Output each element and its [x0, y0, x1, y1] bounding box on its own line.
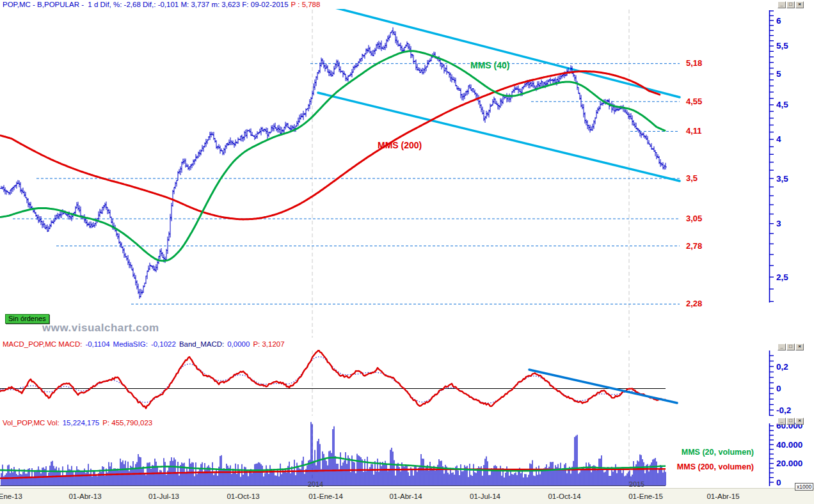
band-macd-value: 0,0000 [227, 340, 250, 348]
time-label: 01-Oct-13 [227, 492, 259, 500]
chart-canvas[interactable]: 5,184,554,113,53,052,782,28MMS (40)MMS (… [0, 0, 814, 504]
ma-label: MMS (40) [470, 60, 509, 70]
time-label: 01-Abr-13 [68, 492, 101, 500]
maximize-icon[interactable]: □ [786, 418, 795, 425]
y-tick-label: 0,2 [776, 362, 788, 372]
y-tick-label: 20.000 [776, 459, 802, 468]
vol-p-value: P: 455,790,023 [102, 419, 152, 427]
time-label: 01-Ene-14 [308, 492, 343, 500]
y-tick-label: 40.000 [776, 440, 802, 450]
price-panel [0, 5, 680, 338]
mediasig-value: -0,1022 [151, 340, 176, 348]
macd-line [0, 350, 666, 408]
chart-title-price: P : 5,788 [291, 1, 321, 8]
trend-channel-line [325, 5, 680, 97]
volume-label-line: Vol_POP,MC Vol:15,224,175P: 455,790,023 [3, 419, 156, 427]
mms40-line [0, 51, 666, 261]
y-tick-label: 5,5 [776, 41, 788, 51]
time-label: 01-Abr-14 [389, 492, 422, 500]
minimize-icon[interactable]: _ [778, 418, 786, 425]
year-label: 2014 [308, 480, 323, 488]
visualchart-watermark: www.visualchart.com [42, 322, 159, 335]
y-tick-label: 0 [776, 384, 781, 393]
y-tick-label: 2,5 [776, 272, 788, 282]
macd-label-line: MACD_POP,MC MACD:-0,1104MediaSIG:-0,1022… [3, 340, 288, 348]
mediasig-label: MediaSIG: [113, 340, 148, 348]
time-label: 01-Abr-15 [706, 492, 739, 500]
time-label: 01-Ene-15 [628, 492, 663, 500]
macd-panel [0, 350, 677, 416]
price-level-label: 2,78 [686, 241, 702, 251]
macd-panel-controls: _ □ × [778, 343, 804, 350]
volume-scale-badge: x1000 [795, 483, 813, 491]
vol-name: Vol_POP,MC Vol: [3, 419, 60, 427]
y-tick-label: 0 [776, 478, 781, 487]
time-axis: 01-Ene-1301-Abr-1301-Jul-1301-Oct-1301-E… [0, 488, 814, 504]
close-icon[interactable]: × [795, 1, 804, 8]
minimize-icon[interactable]: _ [778, 343, 786, 350]
macd-p-value: P: 3,1207 [253, 340, 284, 348]
chart-title-main: POP,MC - B,POPULAR - 1 d Dif, %: -2,68 D… [3, 1, 289, 8]
volume-panel [0, 422, 666, 486]
price-panel-controls: _ □ × [778, 1, 804, 8]
chart-title: POP,MC - B,POPULAR - 1 d Dif, %: -2,68 D… [3, 1, 320, 8]
y-tick-label: 3 [776, 219, 781, 228]
y-tick-label: -0,2 [776, 406, 791, 415]
price-level-label: 5,18 [686, 58, 702, 68]
y-tick-label: 4 [776, 134, 781, 144]
price-level-label: 4,11 [686, 126, 702, 136]
sin-ordenes-badge[interactable]: Sin órdenes [5, 314, 49, 324]
price-level-label: 3,05 [686, 214, 702, 223]
y-tick-label: 3,5 [776, 174, 788, 184]
y-tick-label: 5 [776, 69, 781, 79]
time-label: 01-Jul-13 [148, 492, 179, 500]
year-label: 2015 [629, 480, 644, 488]
y-tick-label: 6 [776, 16, 781, 26]
minimize-icon[interactable]: _ [778, 1, 786, 8]
volume-panel-controls: _ □ × [778, 418, 804, 425]
macd-name: MACD_POP,MC MACD: [3, 340, 82, 348]
close-icon[interactable]: × [795, 418, 804, 425]
time-label: 01-Oct-14 [548, 492, 580, 500]
price-level-label: 2,28 [686, 299, 702, 308]
ma-label: MMS (200) [378, 140, 422, 150]
y-tick-label: 4,5 [776, 100, 788, 109]
macd-value: -0,1104 [85, 340, 109, 348]
mms200-line [0, 72, 660, 219]
band-macd-label: Band_MACD: [179, 340, 224, 348]
close-icon[interactable]: × [795, 343, 804, 350]
vol-value: 15,224,175 [63, 419, 100, 427]
volume-ma-label: MMS (200, volumen) [677, 462, 754, 471]
price-level-label: 4,55 [686, 97, 702, 106]
price-level-label: 3,5 [686, 173, 698, 183]
maximize-icon[interactable]: □ [786, 1, 795, 8]
visualchart-app: 5,184,554,113,53,052,782,28MMS (40)MMS (… [0, 0, 814, 504]
maximize-icon[interactable]: □ [786, 343, 795, 350]
time-label: 01-Jul-14 [470, 492, 500, 500]
time-label: 01-Ene-13 [0, 492, 22, 500]
volume-bars [1, 422, 666, 485]
volume-ma-label: MMS (20, volumen) [682, 448, 754, 457]
